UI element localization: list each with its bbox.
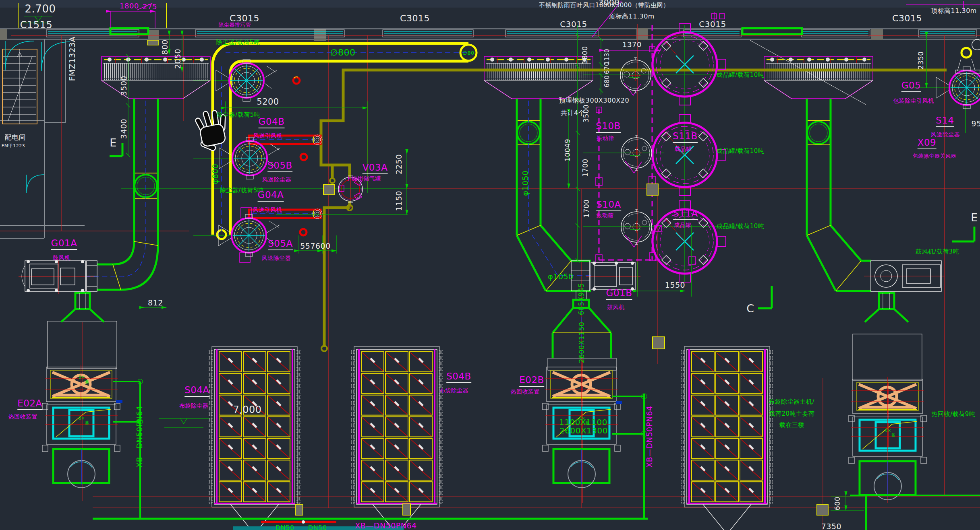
grid-lines	[0, 24, 980, 530]
red-nozzle-ducts	[240, 77, 322, 262]
vibrating-sieves	[620, 58, 652, 247]
selected-window	[110, 28, 148, 34]
blower-machines	[22, 260, 941, 292]
dust-hood-units	[102, 56, 873, 99]
window-bands	[46, 28, 977, 37]
selected-window	[742, 28, 802, 34]
section-bracket-e-right	[952, 227, 974, 241]
tower-units	[42, 321, 926, 500]
left-rooms	[0, 3, 166, 238]
drawing-linework	[0, 0, 980, 530]
section-bracket-e-left	[110, 143, 122, 156]
cad-canvas[interactable]: 2.700C1515C3015C3015C3015C3015C30153000不…	[0, 0, 980, 530]
bag-filter-grids	[209, 346, 773, 530]
section-bracket-c	[758, 286, 772, 308]
green-ducts	[61, 99, 908, 358]
top-wall	[0, 28, 980, 45]
olive-gas-pipe	[321, 70, 947, 351]
pan-hand-cursor	[193, 107, 232, 154]
